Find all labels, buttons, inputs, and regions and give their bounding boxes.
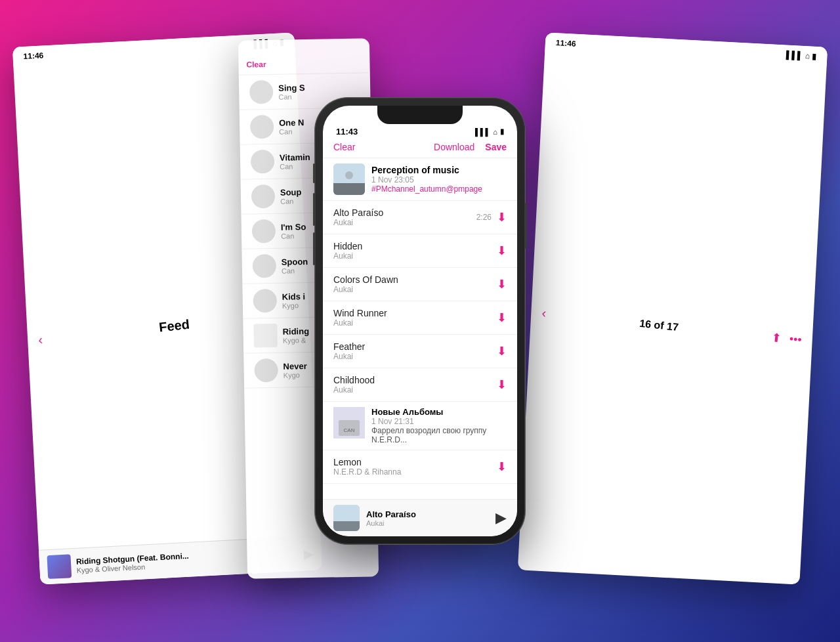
phone-time: 11:43 bbox=[336, 127, 358, 137]
side-btn-silent bbox=[313, 163, 315, 183]
left-status-time: 11:46 bbox=[23, 51, 43, 61]
phone-status-icons: ▌▌▌ ⌂ ▮ bbox=[475, 127, 504, 136]
track-artist-4: Aukai bbox=[333, 318, 497, 328]
track-dur-1: 2:26 bbox=[476, 213, 492, 222]
msg-date-1: 1 Nov 21:31 bbox=[371, 417, 507, 426]
np-thumbnail bbox=[47, 554, 72, 579]
track-dl-5[interactable]: ⬇ bbox=[497, 344, 507, 358]
phone-screen: 11:43 ▌▌▌ ⌂ ▮ Clear Download Save bbox=[323, 106, 517, 536]
track-name-lemon: Lemon bbox=[333, 457, 497, 467]
track-name-6: Childhood bbox=[333, 375, 497, 385]
phone-frame: 11:43 ▌▌▌ ⌂ ▮ Clear Download Save bbox=[315, 98, 525, 544]
track-alto-paraiso[interactable]: Alto Paraíso Aukai 2:26 ⬇ bbox=[323, 201, 517, 234]
battery-icon: ▮ bbox=[500, 127, 504, 136]
track-info-3: Colors Of Dawn Aukai bbox=[333, 274, 497, 294]
right-panel: 11:46 ▌▌▌ ⌂ ▮ ‹ 16 of 17 ⬆ ••• bbox=[518, 32, 828, 584]
track-artist-2: Aukai bbox=[333, 251, 497, 261]
svg-point-20 bbox=[345, 171, 353, 179]
phone-np-play-btn[interactable]: ▶ bbox=[495, 509, 507, 526]
right-panel-header: ‹ 16 of 17 ⬆ ••• bbox=[518, 46, 828, 585]
svg-rect-27 bbox=[333, 521, 360, 531]
wifi-icon: ⌂ bbox=[493, 128, 497, 136]
mid-dot-2 bbox=[250, 115, 274, 139]
phone-container: 11:43 ▌▌▌ ⌂ ▮ Clear Download Save bbox=[315, 98, 525, 544]
track-counter: 16 of 17 bbox=[639, 317, 679, 333]
track-name-4: Wind Runner bbox=[333, 308, 497, 318]
phone-toolbar: Clear Download Save bbox=[323, 139, 517, 158]
mid-dot-7 bbox=[253, 289, 277, 313]
msg-burevestnik[interactable]: CAN Буревестник Звук 1 Nov 21:02 bbox=[323, 484, 517, 487]
player-more-icon[interactable]: ••• bbox=[789, 332, 803, 347]
mid-dot-1 bbox=[249, 80, 274, 104]
track-name-1: Alto Paraíso bbox=[333, 207, 476, 218]
download-button[interactable]: Download bbox=[434, 142, 474, 152]
mid-dot-8 bbox=[253, 324, 278, 348]
phone-np-info: Alto Paraíso Aukai bbox=[366, 509, 489, 527]
track-dl-lemon[interactable]: ⬇ bbox=[497, 460, 507, 474]
track-hidden[interactable]: Hidden Aukai ⬇ bbox=[323, 234, 517, 268]
track-info-1: Alto Paraíso Aukai bbox=[333, 207, 476, 227]
track-dl-1[interactable]: ⬇ bbox=[497, 210, 507, 225]
back-icon[interactable]: ‹ bbox=[37, 332, 43, 348]
msg-novye-albomy[interactable]: CAN Новые Альбомы 1 Nov 21:31 Фаррелл во… bbox=[323, 402, 517, 450]
track-info-2: Hidden Aukai bbox=[333, 241, 497, 261]
pinned-thumbnail bbox=[333, 163, 365, 195]
pinned-date: 1 Nov 23:05 bbox=[371, 175, 507, 184]
mid-dot-4 bbox=[251, 184, 276, 209]
side-btn-vol-down bbox=[313, 232, 315, 265]
track-dl-4[interactable]: ⬇ bbox=[497, 310, 507, 325]
track-artist-lemon: N.E.R.D & Rihanna bbox=[333, 467, 497, 477]
mid-dot-9 bbox=[254, 358, 278, 383]
svg-text:CAN: CAN bbox=[344, 427, 355, 433]
msg-source-1: Новые Альбомы bbox=[371, 407, 507, 417]
track-name-5: Feather bbox=[333, 341, 497, 352]
signal-icon: ▌▌▌ bbox=[475, 128, 490, 136]
track-name-2: Hidden bbox=[333, 241, 497, 251]
track-colors[interactable]: Colors Of Dawn Aukai ⬇ bbox=[323, 268, 517, 301]
track-info-6: Childhood Aukai bbox=[333, 375, 497, 395]
track-name-3: Colors Of Dawn bbox=[333, 274, 497, 285]
track-list: Alto Paraíso Aukai 2:26 ⬇ Hidden Aukai ⬇ bbox=[323, 201, 517, 487]
right-status-icons: ▌▌▌ ⌂ ▮ bbox=[786, 51, 817, 61]
track-dl-6[interactable]: ⬇ bbox=[497, 377, 507, 392]
track-feather[interactable]: Feather Aukai ⬇ bbox=[323, 335, 517, 368]
mid-dot-6 bbox=[253, 254, 277, 278]
pinned-message[interactable]: Perception of music 1 Nov 23:05 #PMchann… bbox=[323, 158, 517, 201]
track-lemon[interactable]: Lemon N.E.R.D & Rihanna ⬇ bbox=[323, 450, 517, 484]
track-info-4: Wind Runner Aukai bbox=[333, 308, 497, 328]
save-button[interactable]: Save bbox=[485, 142, 507, 152]
track-artist-1: Aukai bbox=[333, 218, 476, 227]
mid-panel-clear: Clear bbox=[238, 38, 370, 75]
pinned-title: Perception of music bbox=[371, 165, 507, 175]
action-buttons: Download Save bbox=[434, 142, 507, 152]
pinned-info: Perception of music 1 Nov 23:05 #PMchann… bbox=[371, 165, 507, 194]
phone-now-playing: Alto Paraíso Aukai ▶ bbox=[323, 499, 517, 536]
clear-button[interactable]: Clear bbox=[333, 142, 355, 152]
track-dl-3[interactable]: ⬇ bbox=[497, 277, 507, 291]
side-btn-power bbox=[525, 203, 527, 249]
track-wind[interactable]: Wind Runner Aukai ⬇ bbox=[323, 301, 517, 335]
msg-content-1: Новые Альбомы 1 Nov 21:31 Фаррелл возрод… bbox=[371, 407, 507, 444]
msg-text-1: Фаррелл возродил свою группу N.E.R.D... bbox=[371, 426, 507, 444]
track-dl-2[interactable]: ⬇ bbox=[497, 244, 507, 258]
track-childhood[interactable]: Childhood Aukai ⬇ bbox=[323, 368, 517, 402]
player-download-icon[interactable]: ⬆ bbox=[771, 330, 782, 345]
svg-rect-19 bbox=[333, 183, 365, 195]
player-back-icon[interactable]: ‹ bbox=[541, 305, 547, 321]
mid-dot-3 bbox=[251, 150, 275, 174]
track-artist-6: Aukai bbox=[333, 385, 497, 395]
track-info-lemon: Lemon N.E.R.D & Rihanna bbox=[333, 457, 497, 477]
mid-dot-5 bbox=[252, 219, 276, 244]
phone-np-artist: Aukai bbox=[366, 519, 489, 527]
side-btn-vol-up bbox=[313, 193, 315, 226]
msg-thumb-1: CAN bbox=[333, 407, 365, 439]
pinned-channel: #PMchannel_autumn@pmpage bbox=[371, 184, 507, 194]
track-info-5: Feather Aukai bbox=[333, 341, 497, 361]
phone-np-title: Alto Paraíso bbox=[366, 509, 489, 519]
phone-np-thumb bbox=[333, 505, 360, 531]
track-artist-5: Aukai bbox=[333, 352, 497, 361]
track-artist-3: Aukai bbox=[333, 285, 497, 294]
phone-notch bbox=[377, 106, 463, 124]
mid-clear-btn[interactable]: Clear bbox=[246, 60, 266, 70]
